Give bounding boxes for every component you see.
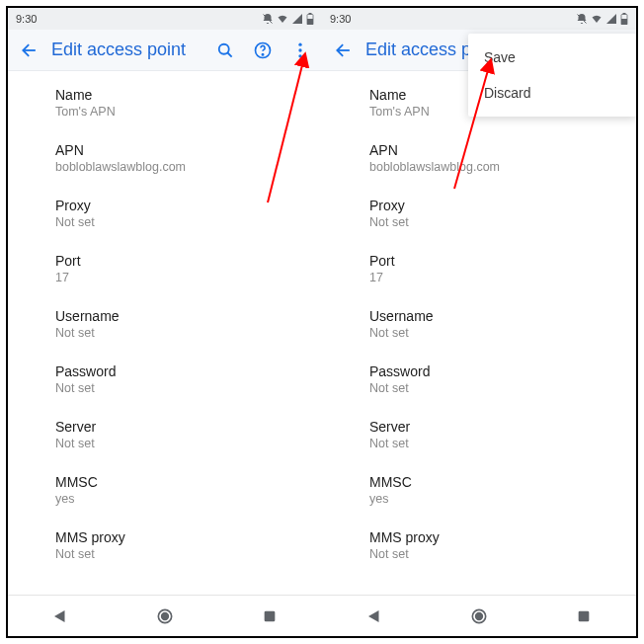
search-icon <box>215 40 235 60</box>
field-value: Not set <box>369 547 636 561</box>
overflow-menu: Save Discard <box>468 34 636 117</box>
field-label: MMSC <box>369 474 636 490</box>
back-button[interactable] <box>328 35 360 66</box>
svg-point-10 <box>298 54 301 57</box>
nav-recents-button[interactable] <box>250 597 289 636</box>
wifi-icon <box>591 13 603 25</box>
field-value: bobloblawslawblog.com <box>55 160 322 174</box>
nav-home-button[interactable] <box>459 597 499 636</box>
phone-right: 9:30 Edit access point Save Discard <box>322 8 636 636</box>
overflow-button[interactable] <box>284 35 316 66</box>
svg-rect-2 <box>309 13 312 15</box>
nav-home-button[interactable] <box>145 597 185 636</box>
status-icons <box>262 13 314 25</box>
wifi-icon <box>277 13 288 25</box>
arrow-back-icon <box>334 40 354 60</box>
svg-point-8 <box>298 42 301 45</box>
nav-back-icon <box>365 607 383 625</box>
nav-home-icon <box>155 606 175 626</box>
signal-icon <box>605 13 617 25</box>
menu-save[interactable]: Save <box>468 40 636 75</box>
battery-icon <box>620 13 628 25</box>
field-value: bobloblawslawblog.com <box>369 160 636 174</box>
svg-point-7 <box>262 53 263 54</box>
field-server[interactable]: ServerNot set <box>322 407 636 462</box>
status-bar: 9:30 <box>8 8 322 30</box>
more-vert-icon <box>290 40 310 60</box>
field-username[interactable]: UsernameNot set <box>8 296 322 352</box>
field-label: Server <box>369 419 636 435</box>
status-bar: 9:30 <box>322 8 636 30</box>
field-value: Not set <box>369 437 636 450</box>
field-value: Not set <box>369 381 636 395</box>
svg-point-4 <box>219 43 229 53</box>
search-button[interactable] <box>209 35 241 66</box>
field-value: Not set <box>369 215 636 229</box>
nav-bar <box>322 595 636 636</box>
field-password[interactable]: PasswordNot set <box>322 352 636 407</box>
field-apn[interactable]: APNbobloblawslawblog.com <box>8 130 322 186</box>
field-port[interactable]: Port17 <box>8 241 322 296</box>
field-label: Port <box>55 253 322 269</box>
field-value: Not set <box>55 547 322 561</box>
nav-back-button[interactable] <box>355 597 394 636</box>
field-value: yes <box>369 492 636 506</box>
svg-point-12 <box>162 612 169 619</box>
back-button[interactable] <box>14 35 45 66</box>
field-port[interactable]: Port17 <box>322 241 636 296</box>
svg-rect-16 <box>623 13 626 15</box>
status-time: 9:30 <box>16 13 37 25</box>
svg-line-5 <box>228 52 232 56</box>
field-server[interactable]: ServerNot set <box>8 407 322 462</box>
svg-rect-13 <box>265 610 276 621</box>
field-mmsc[interactable]: MMSCyes <box>8 462 322 518</box>
nav-recents-button[interactable] <box>564 597 604 636</box>
nav-recents-icon <box>576 608 592 624</box>
settings-list: NameTom's APN APNbobloblawslawblog.com P… <box>322 71 636 595</box>
field-mmsc[interactable]: MMSCyes <box>322 462 636 518</box>
dnd-icon <box>262 13 274 25</box>
field-name[interactable]: NameTom's APN <box>8 75 322 130</box>
field-label: MMS proxy <box>55 529 322 545</box>
field-value: 17 <box>369 271 636 284</box>
help-icon <box>253 40 273 60</box>
field-label: Proxy <box>369 198 636 213</box>
field-value: Not set <box>369 326 636 340</box>
phone-left: 9:30 Edit access point <box>8 8 322 636</box>
field-label: Server <box>55 419 322 435</box>
nav-home-icon <box>469 606 489 626</box>
field-label: MMS proxy <box>369 529 636 545</box>
field-label: Password <box>369 363 636 379</box>
battery-icon <box>306 13 314 25</box>
field-value: yes <box>55 492 322 506</box>
field-proxy[interactable]: ProxyNot set <box>8 186 322 241</box>
settings-list: NameTom's APN APNbobloblawslawblog.com P… <box>8 71 322 595</box>
field-apn[interactable]: APNbobloblawslawblog.com <box>322 130 636 186</box>
field-label: Name <box>55 87 322 103</box>
field-proxy[interactable]: ProxyNot set <box>322 186 636 241</box>
field-label: MMSC <box>55 474 322 490</box>
field-label: APN <box>369 142 636 158</box>
nav-back-icon <box>51 607 69 625</box>
field-value: Not set <box>55 326 322 340</box>
field-mms-proxy[interactable]: MMS proxyNot set <box>322 518 636 573</box>
field-password[interactable]: PasswordNot set <box>8 352 322 407</box>
help-button[interactable] <box>247 35 279 66</box>
svg-point-19 <box>476 612 483 619</box>
field-value: Not set <box>55 437 322 450</box>
field-mms-proxy[interactable]: MMS proxyNot set <box>8 518 322 573</box>
menu-discard[interactable]: Discard <box>468 75 636 111</box>
field-label: Password <box>55 363 322 379</box>
status-time: 9:30 <box>330 13 351 25</box>
arrow-back-icon <box>20 40 40 60</box>
field-value: Not set <box>55 381 322 395</box>
field-label: Proxy <box>55 198 322 213</box>
page-title: Edit access point <box>51 40 203 60</box>
nav-bar <box>8 595 322 636</box>
svg-rect-3 <box>307 19 313 25</box>
field-username[interactable]: UsernameNot set <box>322 296 636 352</box>
nav-recents-icon <box>262 608 278 624</box>
field-label: Username <box>55 308 322 324</box>
nav-back-button[interactable] <box>40 597 80 636</box>
field-value: Tom's APN <box>55 105 322 119</box>
